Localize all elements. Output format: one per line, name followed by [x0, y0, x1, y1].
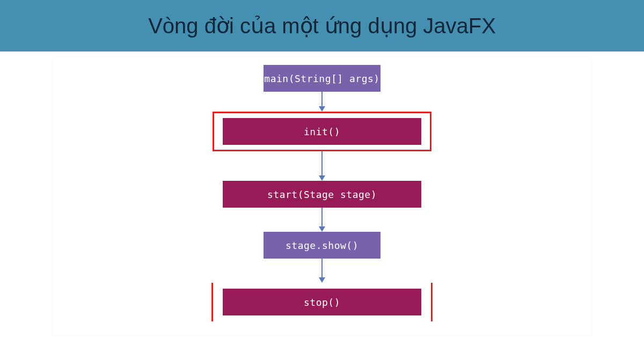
- node-init-label: init(): [304, 126, 340, 137]
- highlight-frame-init: init(): [213, 112, 431, 151]
- arrow-down-icon: [319, 151, 325, 181]
- arrow-down-icon: [319, 208, 325, 232]
- node-show: stage.show(): [264, 232, 380, 259]
- node-start: start(Stage stage): [223, 181, 421, 208]
- header-bar: Vòng đời của một ứng dụng JavaFX: [0, 0, 644, 52]
- node-stop-label: stop(): [304, 297, 340, 308]
- flow-column: main(String[] args) init() start(Stage s…: [211, 65, 433, 321]
- node-init: init(): [223, 118, 421, 145]
- arrow-down-icon: [319, 259, 325, 283]
- highlight-frame-stop: stop(): [211, 283, 433, 321]
- node-stop: stop(): [223, 289, 421, 315]
- node-main: main(String[] args): [264, 65, 380, 92]
- page-title: Vòng đời của một ứng dụng JavaFX: [148, 13, 496, 38]
- node-start-label: start(Stage stage): [267, 189, 377, 200]
- node-main-label: main(String[] args): [264, 73, 379, 84]
- lifecycle-diagram: main(String[] args) init() start(Stage s…: [53, 57, 591, 336]
- arrow-down-icon: [319, 92, 325, 112]
- node-show-label: stage.show(): [286, 240, 358, 251]
